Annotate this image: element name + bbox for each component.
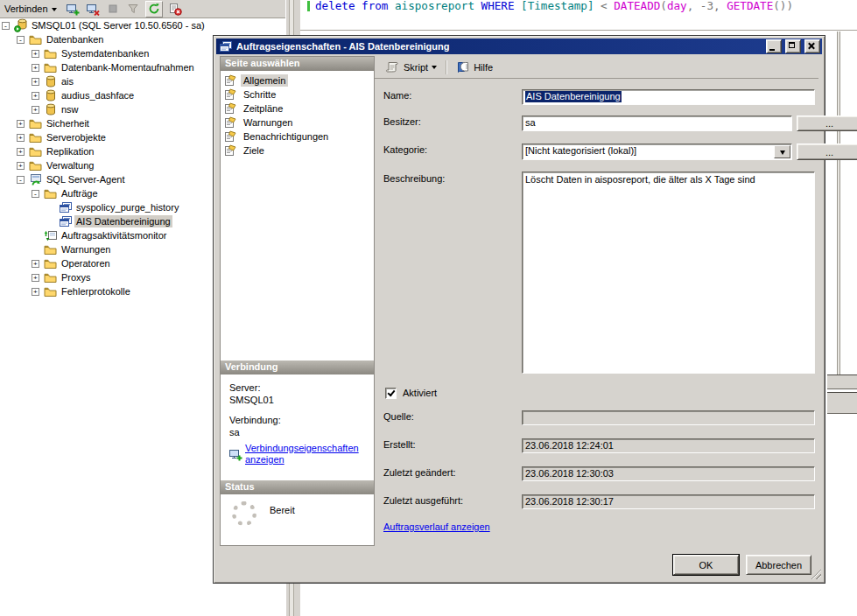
page-item-benachrichtigungen[interactable]: Benachrichtigungen (223, 130, 331, 144)
tree-toggle-minus[interactable]: - (2, 22, 13, 30)
tree-item-sicherheit[interactable]: +Sicherheit (17, 116, 91, 130)
code-token: ()) (773, 0, 793, 12)
tree-toggle-plus[interactable]: + (17, 134, 28, 142)
tree-toggle-plus[interactable]: + (32, 274, 43, 282)
help-button[interactable]: Hilfe (452, 59, 496, 75)
tree-toggle-minus[interactable]: - (32, 190, 43, 198)
view-connection-properties-link[interactable]: Verbindungseigenschaften anzeigen (245, 443, 366, 466)
tree-item-serverobjekte[interactable]: +Serverobjekte (17, 130, 108, 144)
tree-item-syspolicy_purge_history[interactable]: syspolicy_purge_history (46, 200, 180, 214)
dropdown-arrow-icon[interactable] (774, 145, 790, 158)
ok-button[interactable]: OK (673, 555, 739, 575)
tree-toggle-minus[interactable]: - (17, 176, 28, 184)
tree-toggle-plus[interactable]: + (32, 260, 43, 268)
tree-item-label: Datenbank-Momentaufnahmen (60, 61, 196, 74)
tree-item-aufträge[interactable]: -Aufträge (32, 186, 100, 200)
tree-toggle-plus[interactable]: + (32, 288, 43, 296)
agent-icon (28, 173, 43, 186)
tree-item-auftragsaktivitätsmonitor[interactable]: Auftragsaktivitätsmonitor (32, 228, 168, 242)
tree-toggle-plus[interactable]: + (17, 148, 28, 156)
enabled-checkbox[interactable] (385, 388, 397, 399)
tree-item-label: Systemdatenbanken (60, 47, 151, 60)
script-button-label: Skript (404, 62, 428, 73)
name-label: Name: (383, 90, 411, 101)
tree-item-verwaltung[interactable]: +Verwaltung (17, 158, 95, 172)
folder-icon (43, 48, 58, 60)
dialog-titlebar[interactable]: Auftragseigenschaften - AIS Datenbereini… (216, 38, 822, 54)
tree-item-label: Proxys (60, 271, 93, 284)
code-token: aisposreport (395, 0, 481, 12)
change-tracking-bar (307, 1, 310, 11)
job-icon (58, 215, 73, 228)
tree-item-datenbank-momentaufnahmen[interactable]: +Datenbank-Momentaufnahmen (32, 60, 196, 74)
tree-toggle-plus[interactable]: + (17, 120, 28, 128)
tree-item-warnungen[interactable]: Warnungen (32, 242, 112, 256)
tree-item-sql-server-agent[interactable]: -SQL Server-Agent (17, 172, 126, 186)
tree-item-ais-datenbereinigung[interactable]: AIS Datenbereinigung (46, 214, 172, 228)
tree-item-smsql01-sql-server-10-50-6560-sa[interactable]: -SMSQL01 (SQL Server 10.50.6560 - sa) (2, 18, 207, 32)
editor-border (300, 30, 857, 31)
tree-item-label: Sicherheit (45, 117, 91, 130)
page-item-zeitpläne[interactable]: Zeitpläne (223, 102, 285, 116)
background-window-edge (837, 32, 840, 374)
tree-item-operatoren[interactable]: +Operatoren (32, 256, 112, 270)
job-icon (58, 201, 73, 214)
tree-item-nsw[interactable]: +nsw (32, 102, 81, 116)
folder-icon (43, 258, 58, 270)
db-icon (43, 103, 58, 116)
page-item-label: Allgemein (241, 74, 288, 87)
tree-item-ais[interactable]: +ais (32, 74, 75, 88)
query-editor[interactable]: delete from aisposreport WHERE [Timestam… (300, 0, 857, 30)
refresh-icon[interactable] (145, 1, 163, 18)
page-item-warnungen[interactable]: Warnungen (223, 116, 295, 130)
tree-toggle-minus[interactable]: - (17, 36, 28, 44)
page-item-schritte[interactable]: Schritte (223, 88, 278, 102)
tree-item-label: Serverobjekte (45, 131, 108, 144)
page-item-label: Warnungen (241, 116, 295, 129)
maximize-button[interactable] (785, 39, 801, 53)
tree-toggle-plus[interactable]: + (32, 50, 43, 58)
script-button[interactable]: Skript (382, 59, 440, 75)
folder-icon (28, 34, 43, 46)
owner-browse-button[interactable]: ... (797, 116, 857, 131)
object-explorer-toolbar: Verbinden (0, 0, 285, 18)
category-select[interactable]: [Nicht kategorisiert (lokal)] (522, 144, 792, 160)
tree-item-label: ais (60, 75, 75, 88)
tree-toggle-plus[interactable]: + (32, 78, 43, 86)
folder-icon (43, 272, 58, 284)
last-executed-label: Zuletzt ausgeführt: (383, 495, 463, 506)
tree-item-audius_dashface[interactable]: +audius_dashface (32, 88, 136, 102)
page-item-allgemein[interactable]: Allgemein (223, 74, 288, 88)
page-item-label: Schritte (241, 88, 278, 101)
minimize-button[interactable] (766, 39, 782, 53)
close-button[interactable] (804, 39, 820, 53)
category-value: [Nicht kategorisiert (lokal)] (525, 145, 636, 156)
chevron-down-icon (52, 8, 57, 14)
page-item-ziele[interactable]: Ziele (223, 144, 267, 158)
tree-item-label: audius_dashface (60, 89, 136, 102)
tree-toggle-plus[interactable]: + (32, 92, 43, 100)
tree-item-fehlerprotokolle[interactable]: +Fehlerprotokolle (32, 284, 132, 298)
selected-text: AIS Datenbereinigung (525, 91, 622, 102)
owner-input[interactable]: sa (522, 116, 792, 131)
name-input[interactable]: AIS Datenbereinigung (522, 89, 815, 105)
job-icon (218, 40, 233, 52)
tree-item-proxys[interactable]: +Proxys (32, 270, 93, 284)
tree-toggle-plus[interactable]: + (17, 162, 28, 170)
category-browse-button[interactable]: ... (797, 144, 857, 160)
tree-toggle-plus[interactable]: + (32, 106, 43, 114)
page-icon (223, 130, 238, 143)
server-value: SMSQL01 (229, 395, 274, 405)
disconnect-icon[interactable] (85, 2, 101, 17)
description-textarea[interactable]: Löscht Daten in aisposreport, die älter … (522, 172, 815, 374)
view-job-history-link[interactable]: Auftragsverlauf anzeigen (383, 522, 490, 532)
script-error-icon[interactable] (167, 2, 183, 17)
tree-item-datenbanken[interactable]: -Datenbanken (17, 32, 105, 46)
connect-dropdown-button[interactable]: Verbinden (1, 3, 60, 15)
tree-toggle-plus[interactable]: + (32, 64, 43, 72)
tree-item-replikation[interactable]: +Replikation (17, 144, 95, 158)
connect-object-explorer-icon[interactable] (65, 2, 81, 17)
tree-item-systemdatenbanken[interactable]: +Systemdatenbanken (32, 46, 151, 60)
tree-item-label: syspolicy_purge_history (74, 201, 180, 214)
cancel-button[interactable]: Abbrechen (746, 555, 811, 575)
